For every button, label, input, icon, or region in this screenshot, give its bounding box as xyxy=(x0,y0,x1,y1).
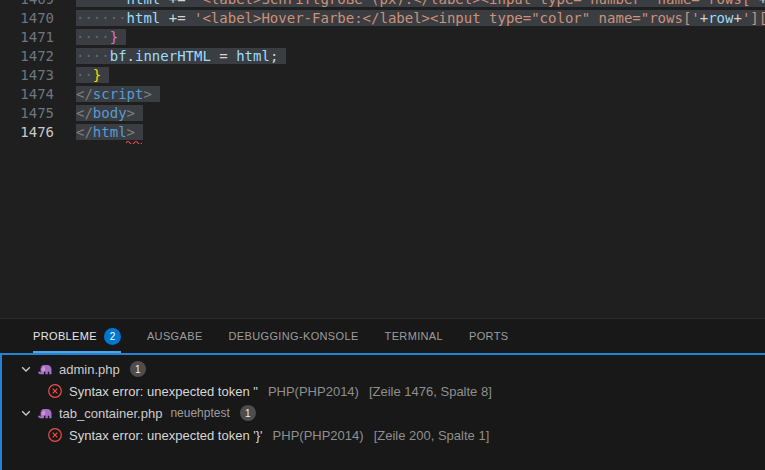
problem-group-tab-container-php[interactable]: tab_container.phpneuehptest1 xyxy=(2,402,765,424)
token: . xyxy=(127,48,135,64)
tab-label: AUSGABE xyxy=(147,330,203,342)
token: script xyxy=(93,86,144,102)
line-number[interactable]: 1475 xyxy=(0,104,54,123)
line-content: </script> xyxy=(76,85,160,104)
token: html xyxy=(127,10,161,26)
problem-file-folder: neuehptest xyxy=(170,406,229,420)
token: ······ xyxy=(76,10,127,26)
code-line-1472[interactable]: 1472····bf.innerHTML = html; xyxy=(0,47,765,66)
code-line-1474[interactable]: 1474</script> xyxy=(0,85,765,104)
selected-text: ····} xyxy=(76,29,126,45)
token: body xyxy=(93,105,127,121)
code-line-1476[interactable]: 1476</html> xyxy=(0,123,765,142)
token: > xyxy=(127,124,135,140)
selected-text: ······html += '<label>Hover-Farbe:</labe… xyxy=(76,10,765,26)
problem-file-name: tab_container.php xyxy=(59,406,162,421)
panel-tab-debugging-konsole[interactable]: DEBUGGING-KONSOLE xyxy=(229,319,359,353)
bottom-panel: PROBLEME2AUSGABEDEBUGGING-KONSOLETERMINA… xyxy=(0,318,765,470)
token: + xyxy=(700,10,708,26)
panel-tab-ports[interactable]: PORTS xyxy=(469,319,508,353)
error-position: [Zeile 200, Spalte 1] xyxy=(374,428,490,443)
token: innerHTML xyxy=(135,48,211,64)
token: ·· xyxy=(76,67,93,83)
selected-text: </script> xyxy=(76,86,160,102)
line-content: ······html += '<label>Hover-Farbe:</labe… xyxy=(76,9,765,28)
error-source: PHP(PHP2014) xyxy=(268,384,359,399)
line-content: ··} xyxy=(76,66,109,85)
token: bf xyxy=(110,48,127,64)
line-content: ····} xyxy=(76,28,126,47)
panel-tab-ausgabe[interactable]: AUSGABE xyxy=(147,319,203,353)
line-number[interactable]: 1470 xyxy=(0,9,54,28)
file-error-count-badge: 1 xyxy=(130,361,146,377)
token: } xyxy=(93,67,101,83)
problem-file-name: admin.php xyxy=(59,362,120,377)
problems-view: admin.php1Syntax error: unexpected token… xyxy=(0,353,765,470)
error-source: PHP(PHP2014) xyxy=(273,428,364,443)
token: html xyxy=(127,0,161,7)
line-content: ······html += '<label>Schriftgröße (px):… xyxy=(76,0,765,9)
token: html xyxy=(236,48,270,64)
chevron-down-icon[interactable] xyxy=(18,405,34,421)
token: </ xyxy=(76,105,93,121)
code-line-1471[interactable]: 1471····} xyxy=(0,28,765,47)
token: '<label>Schriftgröße (px):</label><input… xyxy=(194,0,759,7)
error-icon xyxy=(47,427,63,443)
token: + xyxy=(759,0,765,7)
line-content: ····bf.innerHTML = html; xyxy=(76,47,286,66)
chevron-down-icon[interactable] xyxy=(18,361,34,377)
selected-text: ······html += '<label>Schriftgröße (px):… xyxy=(76,0,765,7)
line-number[interactable]: 1469 xyxy=(0,0,54,9)
code-line-1475[interactable]: 1475</body> xyxy=(0,104,765,123)
editor-lines: 1469······html += '<label>Schriftgröße (… xyxy=(0,0,765,142)
line-number[interactable]: 1476 xyxy=(0,123,54,142)
tab-label: PORTS xyxy=(469,330,508,342)
php-file-icon xyxy=(37,361,53,377)
tab-label: DEBUGGING-KONSOLE xyxy=(229,330,359,342)
panel-tab-terminal[interactable]: TERMINAL xyxy=(385,319,443,353)
token: > xyxy=(143,86,151,102)
token: </ xyxy=(76,124,93,140)
code-line-1473[interactable]: 1473··} xyxy=(0,66,765,85)
panel-tab-bar: PROBLEME2AUSGABEDEBUGGING-KONSOLETERMINA… xyxy=(0,319,765,353)
php-file-icon xyxy=(37,405,53,421)
error-message: Syntax error: unexpected token '}' xyxy=(69,428,263,443)
code-editor[interactable]: 1469······html += '<label>Schriftgröße (… xyxy=(0,0,765,318)
line-number[interactable]: 1473 xyxy=(0,66,54,85)
token: '][' xyxy=(742,10,765,26)
selected-text: </html> xyxy=(76,124,143,140)
token: ······ xyxy=(76,0,127,7)
vscode-window: 1469······html += '<label>Schriftgröße (… xyxy=(0,0,765,470)
error-squiggle xyxy=(126,139,142,144)
file-error-count-badge: 1 xyxy=(240,405,256,421)
token: += xyxy=(160,0,194,7)
token: '<label>Hover-Farbe:</label><input type=… xyxy=(194,10,700,26)
token: } xyxy=(110,29,118,45)
tab-label: PROBLEME xyxy=(33,330,97,342)
token: = xyxy=(211,48,236,64)
line-content: </body> xyxy=(76,104,143,123)
token: row xyxy=(708,10,733,26)
line-number[interactable]: 1472 xyxy=(0,47,54,66)
error-position: [Zeile 1476, Spalte 8] xyxy=(369,384,492,399)
token: ···· xyxy=(76,48,110,64)
token: + xyxy=(733,10,741,26)
error-message: Syntax error: unexpected token " xyxy=(69,384,258,399)
token: += xyxy=(160,10,194,26)
problem-item[interactable]: Syntax error: unexpected token '}'PHP(PH… xyxy=(2,424,765,446)
line-number[interactable]: 1471 xyxy=(0,28,54,47)
problem-item[interactable]: Syntax error: unexpected token "PHP(PHP2… xyxy=(2,380,765,402)
token: ···· xyxy=(76,29,110,45)
code-line-1469[interactable]: 1469······html += '<label>Schriftgröße (… xyxy=(0,0,765,9)
panel-tab-probleme[interactable]: PROBLEME2 xyxy=(33,319,121,353)
error-icon xyxy=(47,383,63,399)
selected-text: </body> xyxy=(76,105,143,121)
problem-group-admin-php[interactable]: admin.php1 xyxy=(2,358,765,380)
problems-list: admin.php1Syntax error: unexpected token… xyxy=(2,358,765,446)
code-line-1470[interactable]: 1470······html += '<label>Hover-Farbe:</… xyxy=(0,9,765,28)
tab-label: TERMINAL xyxy=(385,330,443,342)
selected-text: ····bf.innerHTML = html; xyxy=(76,48,286,64)
line-number[interactable]: 1474 xyxy=(0,85,54,104)
token: ; xyxy=(270,48,278,64)
token: </ xyxy=(76,86,93,102)
